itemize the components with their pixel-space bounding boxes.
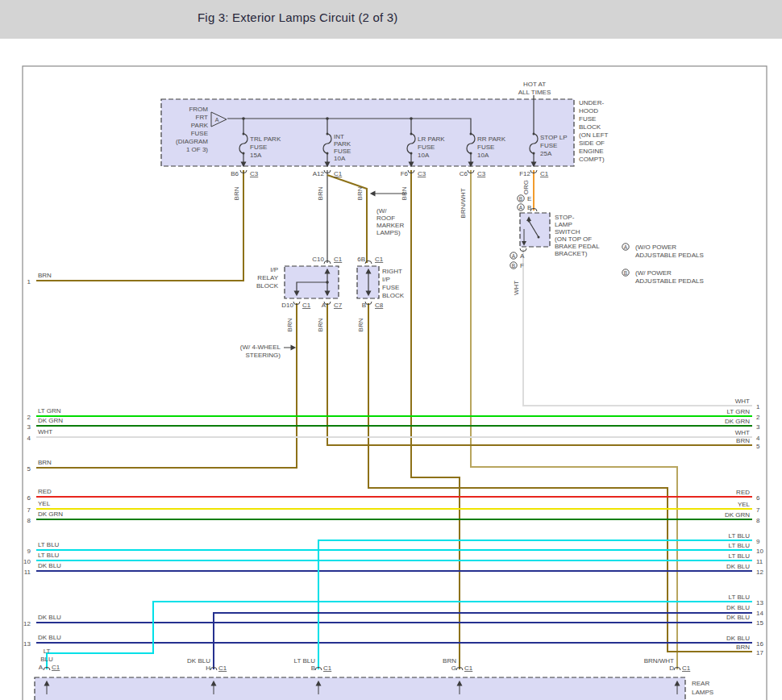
label: A [519, 205, 523, 210]
label: LR PARK [418, 135, 445, 143]
label: B [527, 204, 531, 211]
label: LT GRN [38, 407, 61, 415]
label: (DIAGRAM [176, 138, 208, 145]
label: (W/ 4-WHEEL [240, 344, 281, 351]
label: 10A [418, 152, 430, 159]
label: C3 [477, 170, 486, 177]
label: DK GRN [38, 510, 63, 518]
label: WHT [513, 281, 520, 295]
label: 17 [756, 649, 763, 656]
label: DK BLU [187, 657, 210, 665]
junction-dot [470, 152, 472, 155]
label: C10 [312, 256, 324, 263]
label: 16 [756, 640, 763, 648]
wire-brn-b6-to-left1 [36, 170, 243, 281]
label: B [512, 263, 515, 269]
label: 5 [756, 443, 760, 450]
label: FROM [189, 106, 208, 113]
label: DK BLU [38, 614, 61, 621]
label: C1 [682, 665, 691, 672]
wiring-diagram: HOT ATALL TIMESFROMFRTPARKFUSE(DIAGRAM1 … [0, 0, 782, 700]
label: LT BLU [729, 552, 751, 560]
label: F6 [401, 170, 409, 177]
label: RED [38, 488, 52, 495]
label: RR PARK [477, 135, 506, 143]
label: BRN/WHT [644, 657, 674, 665]
label: YEL [38, 500, 51, 507]
junction-dot [410, 133, 413, 135]
junction-dot [470, 133, 472, 135]
label: 25A [540, 150, 552, 157]
label: BRN [356, 186, 364, 200]
label: BRN [736, 437, 750, 444]
label: LAMPS [692, 689, 713, 696]
label: C1 [334, 256, 343, 263]
label: 10 [23, 558, 31, 565]
label: DK BLU [726, 635, 750, 642]
junction-dot [243, 133, 245, 135]
label: BRN [317, 318, 324, 331]
label: C1 [323, 665, 332, 672]
label: FUSE [334, 148, 351, 155]
label: BRN [357, 318, 364, 331]
label: LT BLU [38, 552, 60, 559]
label: WHT [735, 398, 750, 405]
label: A [624, 244, 628, 250]
label: LT [44, 648, 51, 655]
junction-dot [538, 236, 540, 239]
label: 15 [756, 619, 763, 627]
junction-dot [242, 117, 245, 120]
label: C1 [302, 302, 311, 309]
label: C1 [540, 170, 549, 177]
label: 2 [27, 414, 31, 421]
label: F12 [519, 170, 530, 177]
label: 11 [24, 569, 31, 576]
label: LT BLU [729, 532, 751, 540]
label: 2 [756, 414, 760, 421]
label: (ON TOP OF [555, 235, 592, 243]
junction-dot [533, 152, 535, 155]
label: DK GRN [725, 511, 750, 519]
label: DK BLU [726, 563, 750, 570]
label: C3 [250, 170, 259, 177]
label: C1 [334, 170, 343, 177]
label: 10A [477, 152, 489, 159]
label: DK BLU [38, 562, 61, 569]
label: (W/O POWER [635, 244, 676, 251]
label: (W/ [376, 207, 387, 215]
label: BLOCK [579, 123, 601, 131]
junction-dot [410, 117, 413, 120]
label: REAR [692, 680, 709, 687]
label: FUSE [191, 130, 208, 137]
junction-dot [410, 152, 413, 155]
label: BLOCK [256, 282, 279, 290]
figure-title: Fig 3: Exterior Lamps Circuit (2 of 3) [198, 10, 398, 24]
label: BRN [401, 186, 408, 200]
label: 1 OF 3) [186, 146, 208, 153]
label: UNDER- [579, 99, 604, 106]
label: C1 [375, 256, 384, 263]
label: A [39, 664, 44, 671]
label: 6 [27, 494, 31, 502]
label: DK BLU [726, 604, 750, 611]
label: 15A [250, 152, 262, 159]
label: 10 [756, 548, 763, 555]
label: D [669, 665, 674, 672]
junction-dot [326, 117, 329, 120]
label: BRN [286, 318, 293, 331]
label: LT BLU [38, 541, 60, 548]
label: C1 [464, 665, 473, 672]
label: 12 [23, 620, 31, 627]
label: STOP- [555, 214, 575, 221]
junction-dot [327, 133, 329, 135]
label: 4 [756, 435, 760, 442]
label: H [206, 665, 210, 672]
label: BRN [736, 644, 750, 651]
label: 4 [27, 435, 31, 442]
label: D10 [281, 302, 293, 309]
rear-lamps-box [35, 677, 685, 700]
label: 7 [27, 506, 31, 514]
label: FUSE [250, 144, 267, 151]
label: STOP LP [540, 134, 568, 141]
label: 13 [756, 599, 763, 606]
